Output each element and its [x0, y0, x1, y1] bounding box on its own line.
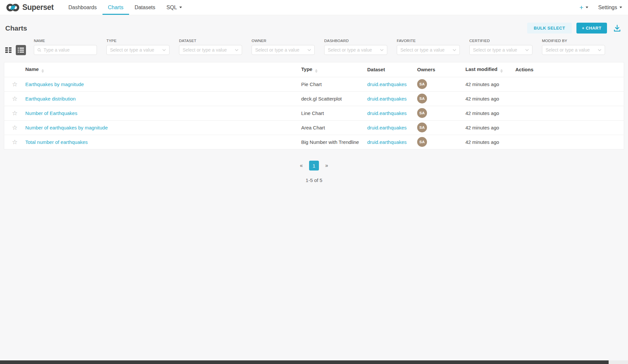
select-placeholder: Select or type a value: [328, 47, 378, 53]
list-view-icon: [18, 47, 24, 53]
column-header-last-modified[interactable]: Last modified: [465, 62, 515, 77]
column-header-dataset: Dataset: [367, 62, 417, 77]
last-modified: 42 minutes ago: [465, 91, 515, 106]
row-actions: [515, 135, 624, 149]
bulk-select-button[interactable]: BULK SELECT: [527, 23, 572, 34]
header-actions: BULK SELECT + CHART: [527, 23, 623, 34]
new-chart-button[interactable]: + CHART: [576, 23, 607, 34]
owner-avatar[interactable]: SA: [417, 137, 427, 147]
last-modified: 42 minutes ago: [465, 135, 515, 149]
dashboard-filter-select[interactable]: Select or type a value: [324, 45, 387, 55]
pagination-prev[interactable]: «: [300, 163, 303, 169]
owner-avatar[interactable]: SA: [417, 94, 427, 103]
select-placeholder: Select or type a value: [400, 47, 450, 53]
filter-label: CERTIFIED: [469, 39, 532, 43]
navbar-right: + Settings: [579, 0, 622, 15]
chart-name-link[interactable]: Total number of earthquakes: [25, 139, 88, 145]
pagination: « 1 »: [0, 161, 628, 171]
table-row: ☆ Earthquakes by magnitude Pie Chart dru…: [4, 77, 624, 91]
nav-item-datasets[interactable]: Datasets: [129, 0, 161, 15]
chart-type: Area Chart: [301, 120, 367, 135]
table-row: ☆ Earthquake distribution deck.gl Scatte…: [4, 91, 624, 106]
nav-item-sql[interactable]: SQL: [161, 0, 188, 15]
owner-filter-select[interactable]: Select or type a value: [252, 45, 315, 55]
navbar: Superset Dashboards Charts Datasets SQL …: [0, 0, 628, 15]
column-header-type[interactable]: Type: [301, 62, 367, 77]
owner-avatar[interactable]: SA: [417, 123, 427, 132]
certified-filter-select[interactable]: Select or type a value: [469, 45, 532, 55]
plus-icon: +: [579, 4, 583, 11]
favorite-star-icon[interactable]: ☆: [12, 139, 17, 146]
owner-avatar[interactable]: SA: [417, 108, 427, 118]
main-nav: Dashboards Charts Datasets SQL: [63, 0, 188, 15]
chart-name-link[interactable]: Earthquake distribution: [25, 96, 76, 102]
chart-type: Pie Chart: [301, 77, 367, 91]
row-actions: [515, 77, 624, 91]
sort-icon[interactable]: [41, 69, 44, 73]
select-placeholder: Select or type a value: [110, 47, 160, 53]
select-placeholder: Select or type a value: [473, 47, 523, 53]
favorite-filter-select[interactable]: Select or type a value: [397, 45, 460, 55]
settings-menu[interactable]: Settings: [598, 5, 622, 11]
dataset-link[interactable]: druid.earthquakes: [367, 139, 407, 145]
chart-name-link[interactable]: Number of Earthquakes: [25, 110, 77, 116]
dataset-link[interactable]: druid.earthquakes: [367, 81, 407, 87]
nav-label-charts: Charts: [108, 5, 123, 11]
pagination-page-1[interactable]: 1: [309, 161, 319, 171]
dataset-filter-select[interactable]: Select or type a value: [179, 45, 242, 55]
dataset-link[interactable]: druid.earthquakes: [367, 125, 407, 130]
favorite-star-icon[interactable]: ☆: [12, 124, 17, 131]
download-icon: [613, 24, 621, 33]
name-search-box: [34, 45, 97, 55]
favorite-star-icon[interactable]: ☆: [12, 110, 17, 117]
superset-logo[interactable]: Superset: [6, 0, 54, 15]
filter-label: OWNER: [252, 39, 315, 43]
owner-avatar[interactable]: SA: [417, 79, 427, 89]
chevron-down-icon: [619, 7, 622, 8]
column-label: Owners: [417, 67, 435, 72]
filter-label: DASHBOARD: [324, 39, 387, 43]
column-label: Last modified: [465, 66, 498, 72]
favorite-star-icon[interactable]: ☆: [12, 95, 17, 102]
dataset-link[interactable]: druid.earthquakes: [367, 110, 407, 116]
filter-bar: NAME TYPE Select or type a value DATASET…: [0, 39, 628, 62]
new-item-dropdown[interactable]: +: [579, 4, 588, 11]
column-label: Name: [25, 66, 39, 72]
column-header-owners: Owners: [417, 62, 465, 77]
chart-type: deck.gl Scatterplot: [301, 91, 367, 106]
chart-name-link[interactable]: Earthquakes by magnitude: [25, 81, 84, 87]
filter-type: TYPE Select or type a value: [106, 39, 169, 55]
name-filter-input[interactable]: [44, 47, 93, 53]
superset-infinity-icon: [6, 3, 20, 12]
import-charts-button[interactable]: [612, 24, 623, 33]
row-actions: [515, 106, 624, 120]
last-modified: 42 minutes ago: [465, 120, 515, 135]
filter-dataset: DATASET Select or type a value: [179, 39, 242, 55]
filter-owner: OWNER Select or type a value: [252, 39, 315, 55]
card-view-toggle[interactable]: [5, 47, 11, 53]
sort-icon[interactable]: [500, 69, 503, 73]
list-view-toggle[interactable]: [16, 45, 26, 55]
scrollbar-thumb[interactable]: [0, 360, 609, 364]
chevron-down-icon: [453, 49, 456, 51]
chevron-down-icon: [179, 7, 182, 8]
type-filter-select[interactable]: Select or type a value: [106, 45, 169, 55]
filter-label: FAVORITE: [397, 39, 460, 43]
modified-by-filter-select[interactable]: Select or type a value: [542, 45, 605, 55]
table-row: ☆ Total number of earthquakes Big Number…: [4, 135, 624, 149]
table-row: ☆ Number of Earthquakes Line Chart druid…: [4, 106, 624, 120]
sort-icon[interactable]: [315, 69, 318, 73]
column-label: Type: [301, 66, 312, 72]
horizontal-scrollbar[interactable]: [0, 360, 628, 364]
row-actions: [515, 91, 624, 106]
header-star-spacer: [4, 62, 25, 77]
chevron-down-icon: [586, 7, 588, 8]
favorite-star-icon[interactable]: ☆: [12, 81, 17, 88]
column-header-name[interactable]: Name: [25, 62, 301, 77]
chart-name-link[interactable]: Number of earthquakes by magnitude: [25, 125, 108, 130]
dataset-link[interactable]: druid.earthquakes: [367, 96, 407, 102]
nav-item-dashboards[interactable]: Dashboards: [63, 0, 102, 15]
filter-label: NAME: [34, 39, 97, 43]
nav-item-charts[interactable]: Charts: [102, 0, 129, 15]
pagination-next[interactable]: »: [325, 163, 328, 169]
